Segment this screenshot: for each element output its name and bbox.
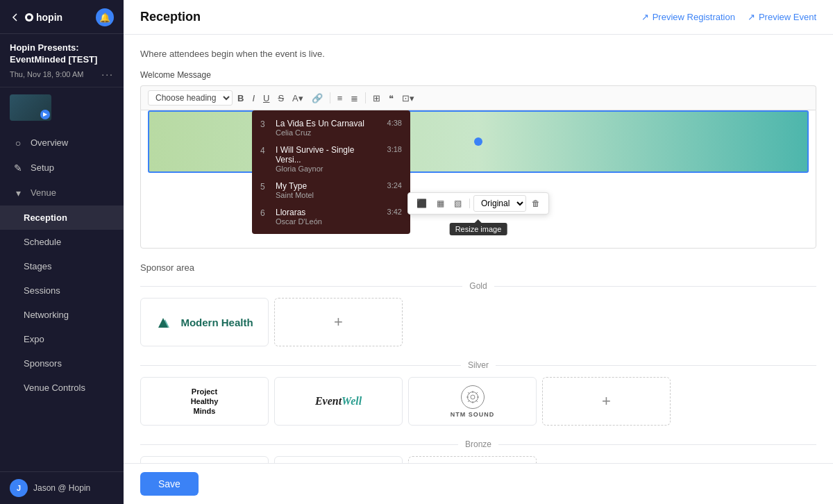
bronze-sponsor-grid: A betterhelp +	[140, 456, 816, 463]
add-bronze-sponsor-button[interactable]: +	[408, 456, 537, 463]
save-button[interactable]: Save	[140, 472, 199, 496]
editor-toolbar: Choose heading B I U S A▾ 🔗 ≡ ≣ ⊞ ❝ ⊡▾	[140, 85, 816, 110]
app-logo[interactable]: hopin	[10, 10, 81, 24]
sidebar-item-venue-controls[interactable]: Venue Controls	[0, 376, 124, 400]
sidebar-item-setup-label: Setup	[31, 162, 54, 173]
silver-tier-header: Silver	[140, 360, 816, 370]
thumbnail-badge: ▶	[40, 110, 50, 119]
preview-event-link[interactable]: ↗ Preview Event	[748, 12, 816, 22]
playlist-artist-2: Gloria Gaynor	[276, 165, 382, 173]
sidebar-item-overview-label: Overview	[31, 137, 68, 148]
sponsor-card-phm[interactable]: ProjectHealthyMinds	[140, 377, 269, 426]
top-actions: ↗ Preview Registration ↗ Preview Event	[641, 12, 816, 22]
sponsor-tier-gold: Gold Modern Health +	[140, 281, 816, 346]
overview-icon: ○	[12, 137, 24, 149]
playlist-item-4[interactable]: 6 Lloraras Oscar D'León 3:42	[252, 203, 410, 230]
event-thumbnail: ▶	[10, 94, 51, 121]
bronze-tier-header: Bronze	[140, 439, 816, 449]
preview-registration-link[interactable]: ↗ Preview Registration	[641, 12, 735, 22]
event-title: Hopin Presents: EventMinded [TEST]	[10, 42, 114, 66]
playlist-artist-3: Saint Motel	[276, 191, 382, 199]
section-description: Where attendees begin when the event is …	[140, 49, 816, 59]
bell-icon: 🔔	[99, 12, 110, 23]
sponsor-tier-bronze: Bronze A betterhelp	[140, 439, 816, 463]
playlist-track-1: La Vida Es Un Carnaval	[276, 119, 382, 128]
sidebar: hopin 🔔 Hopin Presents: EventMinded [TES…	[0, 0, 124, 504]
svg-line-12	[476, 392, 478, 394]
playlist-track-2: I Will Survive - Single Versi...	[276, 145, 382, 165]
sidebar-item-networking[interactable]: Networking	[0, 303, 124, 327]
top-bar: Reception ↗ Preview Registration ↗ Previ…	[124, 0, 833, 35]
main-content: Reception ↗ Preview Registration ↗ Previ…	[124, 0, 833, 504]
embed-button[interactable]: ⊡▾	[398, 91, 418, 106]
notification-bell[interactable]: 🔔	[96, 8, 114, 26]
gold-sponsor-grid: Modern Health +	[140, 298, 816, 346]
gold-tier-line-left	[140, 286, 462, 287]
modern-health-logo: Modern Health	[155, 312, 253, 332]
image-delete-button[interactable]: 🗑	[528, 196, 544, 211]
sidebar-item-reception[interactable]: Reception	[0, 205, 124, 230]
sponsor-card-ntmsound[interactable]: NTM SOUND	[408, 377, 537, 426]
quote-button[interactable]: ❝	[385, 91, 397, 106]
sidebar-item-sessions[interactable]: Sessions	[0, 278, 124, 303]
sidebar-item-venue[interactable]: ▾ Venue	[0, 180, 124, 205]
editor-area[interactable]: 3 La Vida Es Un Carnaval Celia Cruz 4:38…	[140, 110, 816, 249]
user-avatar: J	[10, 479, 28, 497]
sidebar-item-sessions-label: Sessions	[24, 285, 60, 296]
resize-handle[interactable]	[474, 137, 482, 146]
playlist-duration-4: 3:42	[387, 208, 402, 216]
playlist-overlay: 3 La Vida Es Un Carnaval Celia Cruz 4:38…	[252, 110, 410, 234]
playlist-duration-3: 3:24	[387, 181, 402, 190]
sidebar-item-setup[interactable]: ✎ Setup	[0, 156, 124, 180]
back-arrow-icon[interactable]	[10, 12, 21, 23]
img-align-left-button[interactable]: ⬛	[412, 196, 431, 211]
external-link-icon: ↗	[641, 12, 649, 22]
sidebar-item-stages[interactable]: Stages	[0, 254, 124, 278]
strikethrough-button[interactable]: S	[274, 91, 287, 106]
event-date: Thu, Nov 18, 9:00 AM ···	[10, 69, 114, 80]
bullet-list-button[interactable]: ≡	[334, 91, 346, 106]
playlist-item-3[interactable]: 5 My Type Saint Motel 3:24	[252, 177, 410, 203]
underline-button[interactable]: U	[260, 91, 273, 106]
img-align-right-button[interactable]: ▧	[450, 196, 466, 211]
ntm-rays-icon	[466, 390, 480, 404]
event-info: Hopin Presents: EventMinded [TEST] Thu, …	[0, 34, 124, 87]
bronze-tier-line-right	[498, 444, 816, 445]
image-button[interactable]: ⊞	[369, 91, 384, 106]
playlist-item-1[interactable]: 3 La Vida Es Un Carnaval Celia Cruz 4:38	[252, 115, 410, 141]
italic-button[interactable]: I	[249, 91, 258, 106]
sidebar-item-venue-controls-label: Venue Controls	[24, 383, 85, 393]
sidebar-item-expo[interactable]: Expo	[0, 327, 124, 351]
add-silver-sponsor-button[interactable]: +	[542, 377, 671, 426]
sidebar-item-reception-label: Reception	[24, 212, 67, 223]
sidebar-item-schedule[interactable]: Schedule	[0, 230, 124, 254]
ordered-list-button[interactable]: ≣	[347, 91, 362, 106]
banner-image[interactable]	[148, 110, 809, 173]
sponsor-card-reach[interactable]: A	[140, 456, 269, 463]
sidebar-item-sponsors[interactable]: Sponsors	[0, 351, 124, 376]
sponsor-card-eventwell[interactable]: EventWell	[274, 377, 403, 426]
sponsor-tier-silver: Silver ProjectHealthyMinds EventWell	[140, 360, 816, 426]
setup-icon: ✎	[12, 162, 24, 174]
img-align-center-button[interactable]: ▦	[432, 196, 448, 211]
bold-button[interactable]: B	[234, 91, 247, 106]
heading-select[interactable]: Choose heading	[148, 90, 233, 106]
sponsor-card-betterhelp[interactable]: betterhelp	[274, 456, 403, 463]
event-more-button[interactable]: ···	[101, 69, 114, 80]
gold-tier-line-right	[494, 286, 816, 287]
bronze-tier-name: Bronze	[458, 439, 498, 449]
image-size-select[interactable]: Original 25% 50% 75%	[473, 195, 526, 212]
add-gold-sponsor-button[interactable]: +	[274, 298, 403, 346]
sidebar-item-overview[interactable]: ○ Overview	[0, 131, 124, 156]
eventwell-logo: EventWell	[315, 395, 362, 408]
image-resize-toolbar: ⬛ ▦ ▧ Original 25% 50% 75% 🗑	[407, 192, 549, 215]
playlist-duration-2: 3:18	[387, 145, 402, 153]
text-color-button[interactable]: A▾	[289, 91, 307, 106]
playlist-item-2[interactable]: 4 I Will Survive - Single Versi... Glori…	[252, 141, 410, 177]
sidebar-item-sponsors-label: Sponsors	[24, 358, 62, 369]
playlist-num-4: 6	[260, 208, 270, 218]
sponsor-area-label: Sponsor area	[140, 262, 816, 273]
project-healthy-minds-logo: ProjectHealthyMinds	[191, 387, 219, 417]
sponsor-card-modern-health[interactable]: Modern Health	[140, 298, 269, 346]
link-button[interactable]: 🔗	[308, 91, 326, 106]
